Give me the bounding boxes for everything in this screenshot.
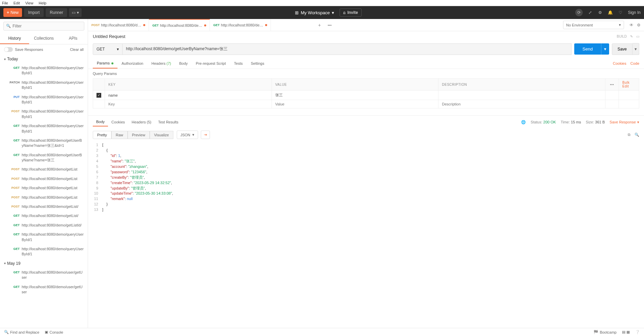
format-selector[interactable]: JSON ▾ xyxy=(177,131,198,139)
param-value[interactable]: 张三 xyxy=(272,91,438,100)
history-item[interactable]: GEThttp://localhost:8080/demo/queryUserB… xyxy=(0,244,88,259)
workspace-selector[interactable]: ⊞ My Workspace ▾ xyxy=(295,10,334,15)
history-url: http://localhost:8080/demo/queryUserById… xyxy=(22,232,84,242)
filter-input[interactable] xyxy=(3,22,84,31)
notifications-icon[interactable]: 🔔 xyxy=(608,10,613,15)
history-item[interactable]: GEThttp://localhost:8080/demo/getUserByN… xyxy=(0,136,88,151)
open-new-window-button[interactable]: ▭ ▾ xyxy=(69,8,81,17)
param-key[interactable]: name xyxy=(105,91,272,100)
history-item[interactable]: GEThttp://localhost:8080/demo/getList/ xyxy=(0,211,88,220)
line-number: 4 xyxy=(93,159,102,164)
history-group[interactable]: ▾Today xyxy=(0,55,88,63)
history-group[interactable]: ▾May 19 xyxy=(0,259,88,268)
history-item[interactable]: POSThttp://localhost:8080/demo/getList xyxy=(0,174,88,183)
resp-tab-headers[interactable]: Headers (5) xyxy=(128,118,155,126)
response-body[interactable]: 1[2 {3 "id": 1,4 "name": "张三",5 "account… xyxy=(88,141,644,328)
code-link[interactable]: Code xyxy=(630,61,639,65)
history-item[interactable]: PATCHhttp://localhost:8080/demo/queryUse… xyxy=(0,78,88,93)
view-raw[interactable]: Raw xyxy=(111,131,128,139)
subtab-prerequest[interactable]: Pre-request Script xyxy=(192,59,230,68)
menu-view[interactable]: View xyxy=(25,1,34,5)
method-selector[interactable]: GET ▾ xyxy=(93,43,123,55)
resp-tab-body[interactable]: Body xyxy=(93,118,108,126)
subtab-settings[interactable]: Settings xyxy=(247,59,269,68)
wrap-lines-button[interactable]: ⇥ xyxy=(201,131,210,139)
subtab-body[interactable]: Body xyxy=(175,59,192,68)
history-item[interactable]: POSThttp://localhost:8080/demo/getList/ xyxy=(0,202,88,211)
bootcamp-button[interactable]: 🏁Bootcamp xyxy=(594,330,617,334)
history-item[interactable]: POSThttp://localhost:8080/demo/getList xyxy=(0,193,88,202)
history-item[interactable]: GEThttp://localhost:8080/demo/queryUserB… xyxy=(0,230,88,244)
new-button[interactable]: +New xyxy=(3,8,22,17)
param-desc-input[interactable] xyxy=(442,102,602,106)
history-item[interactable]: GEThttp://localhost:8080/demo/queryUserB… xyxy=(0,121,88,136)
clear-all-link[interactable]: Clear all xyxy=(70,47,84,52)
heart-icon[interactable]: ♡ xyxy=(618,10,623,15)
param-value-input[interactable] xyxy=(275,102,435,106)
globe-icon[interactable]: 🌐 xyxy=(521,120,526,124)
subtab-params[interactable]: Params xyxy=(93,58,117,68)
tab-options-button[interactable]: ••• xyxy=(325,23,335,27)
history-item[interactable]: GEThttp://localhost:8080/demo/user/getUs… xyxy=(0,282,88,297)
sliders-icon[interactable]: ⚙ xyxy=(637,23,641,27)
help-icon[interactable]: ❔ xyxy=(635,330,640,334)
history-item[interactable]: POSThttp://localhost:8080/demo/queryUser… xyxy=(0,107,88,121)
request-tab[interactable]: GEThttp://localhost:8080/demo/qu... xyxy=(210,19,271,31)
console-button[interactable]: ▣Console xyxy=(45,330,63,334)
find-replace-button[interactable]: 🔍Find and Replace xyxy=(4,330,39,334)
sidebar-tab-apis[interactable]: APIs xyxy=(59,33,88,44)
send-button[interactable]: Send xyxy=(574,43,601,55)
save-split-button[interactable]: ▾ xyxy=(632,43,639,55)
history-item[interactable]: GEThttp://localhost:8080/demo/getUserByN… xyxy=(0,151,88,165)
history-item[interactable]: PUThttp://localhost:8080/demo/queryUserB… xyxy=(0,93,88,107)
history-item[interactable]: GEThttp://localhost:8080/demo/getListId/ xyxy=(0,221,88,230)
menu-file[interactable]: File xyxy=(2,1,8,5)
menu-help[interactable]: Help xyxy=(39,1,46,5)
param-key-input[interactable] xyxy=(108,102,268,106)
param-description[interactable] xyxy=(438,91,605,100)
environment-selector[interactable]: No Environment ▾ xyxy=(563,21,624,29)
request-tab[interactable]: POSThttp://localhost:8080/demo/g... xyxy=(88,19,149,31)
signin-link[interactable]: Sign In xyxy=(628,10,641,15)
import-button[interactable]: Import xyxy=(24,8,44,17)
param-checkbox[interactable]: ✓ xyxy=(96,93,101,98)
subtab-authorization[interactable]: Authorization xyxy=(117,59,147,68)
sidebar-tab-collections[interactable]: Collections xyxy=(29,33,58,44)
history-item[interactable]: GEThttp://localhost:8080/demo/user/getUs… xyxy=(0,268,88,282)
invite-button[interactable]: ⩍ Invite xyxy=(340,8,362,17)
eye-icon[interactable]: 👁 xyxy=(629,23,634,27)
comments-icon[interactable]: ✎ xyxy=(630,35,633,38)
capture-icon[interactable]: ⤢ xyxy=(587,10,593,15)
copy-icon[interactable]: ⧉ xyxy=(628,133,630,137)
cookies-link[interactable]: Cookies xyxy=(613,61,626,65)
sync-icon[interactable]: ⟳ xyxy=(575,9,583,16)
history-item[interactable]: POSThttp://localhost:8080/demo/getList xyxy=(0,165,88,174)
menu-edit[interactable]: Edit xyxy=(14,1,20,5)
save-response-button[interactable]: Save Response ▾ xyxy=(609,120,639,124)
request-name[interactable]: Untitled Request xyxy=(93,34,125,39)
send-split-button[interactable]: ▾ xyxy=(601,43,609,55)
sidebar-tab-history[interactable]: History xyxy=(0,33,29,44)
panel-layout-button[interactable]: ▤ ▦ xyxy=(622,330,630,334)
search-icon[interactable]: 🔍 xyxy=(635,133,639,137)
url-input[interactable] xyxy=(123,43,572,55)
col-options-icon[interactable]: ••• xyxy=(605,79,619,91)
add-tab-button[interactable]: + xyxy=(315,22,325,28)
history-item[interactable]: POSThttp://localhost:8080/demo/getList xyxy=(0,183,88,193)
view-visualize[interactable]: Visualize xyxy=(150,131,173,139)
resp-tab-test-results[interactable]: Test Results xyxy=(155,118,182,126)
settings-icon[interactable]: ⚙ xyxy=(598,10,603,15)
history-item[interactable]: GEThttp://localhost:8080/demo/queryUserB… xyxy=(0,63,88,78)
layout-icon[interactable]: ▭ xyxy=(636,35,639,38)
bulk-edit-link[interactable]: Bulk Edit xyxy=(622,81,629,88)
history-method: GET xyxy=(7,65,22,76)
save-responses-toggle[interactable] xyxy=(4,47,13,52)
subtab-headers[interactable]: Headers (7) xyxy=(147,59,175,68)
save-button[interactable]: Save xyxy=(612,43,632,55)
view-preview[interactable]: Preview xyxy=(128,131,150,139)
view-pretty[interactable]: Pretty xyxy=(93,131,111,139)
runner-button[interactable]: Runner xyxy=(46,8,67,17)
subtab-tests[interactable]: Tests xyxy=(230,59,247,68)
resp-tab-cookies[interactable]: Cookies xyxy=(108,118,128,126)
request-tab[interactable]: GEThttp://localhost:8080/demo/get... xyxy=(149,19,210,31)
